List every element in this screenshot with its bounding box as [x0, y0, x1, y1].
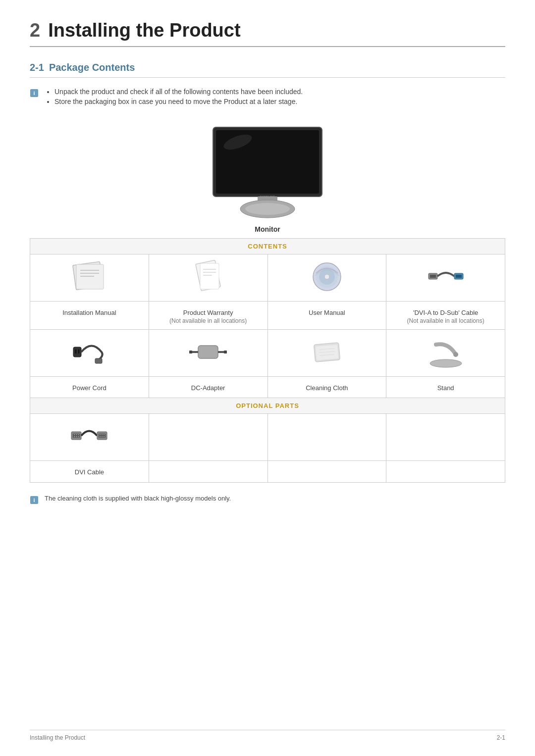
- svg-point-46: [76, 434, 77, 435]
- footer-note: i The cleaning cloth is supplied with bl…: [30, 495, 505, 505]
- footer-note-text: The cleaning cloth is supplied with blac…: [45, 495, 231, 502]
- item-power-cord-img: [30, 330, 149, 377]
- svg-point-48: [74, 436, 75, 437]
- item-cleaning-cloth-label: Cleaning Cloth: [268, 377, 386, 398]
- optional-label-empty-1: [149, 461, 268, 482]
- monitor-section: SAMSUNG Monitor: [30, 122, 505, 233]
- svg-point-8: [245, 203, 290, 215]
- contents-image-row-2: [30, 330, 505, 377]
- svg-point-50: [78, 436, 79, 437]
- optional-header-cell: OPTIONAL PARTS: [30, 398, 505, 414]
- chapter-title: Installing the Product: [48, 20, 240, 41]
- item-dc-adapter-label: DC-Adapter: [149, 377, 268, 398]
- chapter-number: 2: [30, 20, 40, 41]
- section-title: 2-1Package Contents: [30, 62, 505, 78]
- svg-rect-27: [73, 347, 81, 357]
- svg-rect-24: [430, 275, 436, 278]
- note-item-1: Unpack the product and check if all of t…: [54, 88, 303, 96]
- svg-rect-15: [200, 263, 219, 289]
- item-cleaning-cloth-img: [268, 330, 386, 377]
- svg-point-56: [100, 436, 101, 437]
- contents-header-cell: CONTENTS: [30, 239, 505, 254]
- svg-rect-33: [189, 351, 192, 353]
- section-number: 2-1: [30, 62, 44, 73]
- contents-label-row-1: Installation Manual Product Warranty (No…: [30, 302, 505, 330]
- footer-left: Installing the Product: [30, 734, 85, 741]
- svg-rect-35: [224, 351, 227, 353]
- svg-point-45: [74, 434, 75, 435]
- svg-point-53: [100, 434, 101, 435]
- svg-rect-30: [95, 358, 102, 363]
- svg-text:i: i: [33, 90, 35, 96]
- note-block-1: i Unpack the product and check if all of…: [30, 88, 505, 107]
- optional-image-row: [30, 414, 505, 461]
- page-header: 2Installing the Product: [30, 20, 505, 47]
- footer-note-icon: i: [30, 496, 40, 505]
- item-stand-label: Stand: [386, 377, 505, 398]
- optional-label-empty-3: [386, 461, 505, 482]
- svg-point-55: [104, 434, 105, 435]
- svg-rect-10: [76, 264, 104, 289]
- item-product-warranty-img: [149, 254, 268, 302]
- contents-image-row-1: [30, 254, 505, 302]
- footer-right: 2-1: [497, 734, 505, 741]
- svg-point-22: [324, 274, 329, 279]
- item-dvi-cable2-img: [30, 414, 149, 461]
- item-stand-img: [386, 330, 505, 377]
- contents-header-row: CONTENTS: [30, 239, 505, 254]
- contents-label-row-2: Power Cord DC-Adapter Cleaning Cloth Sta…: [30, 377, 505, 398]
- svg-point-41: [453, 352, 458, 357]
- optional-empty-3: [386, 414, 505, 461]
- contents-table: CONTENTS: [30, 238, 505, 483]
- note-icon-1: i: [30, 89, 40, 99]
- svg-point-42: [430, 359, 462, 367]
- item-dvi-cable2-label: DVI Cable: [30, 461, 149, 482]
- svg-rect-26: [456, 275, 462, 278]
- item-dvi-cable-img: [386, 254, 505, 302]
- monitor-image: SAMSUNG: [198, 122, 337, 221]
- item-dc-adapter-img: [149, 330, 268, 377]
- svg-point-47: [78, 434, 79, 435]
- monitor-label: Monitor: [255, 225, 280, 233]
- note-list: Unpack the product and check if all of t…: [45, 88, 303, 107]
- svg-text:i: i: [33, 497, 35, 503]
- item-installation-manual-img: [30, 254, 149, 302]
- item-power-cord-label: Power Cord: [30, 377, 149, 398]
- optional-empty-2: [268, 414, 386, 461]
- svg-point-58: [104, 436, 105, 437]
- svg-point-57: [102, 436, 103, 437]
- note-item-2: Store the packaging box in case you need…: [54, 98, 303, 105]
- svg-point-49: [76, 436, 77, 437]
- page-footer: Installing the Product 2-1: [30, 730, 505, 741]
- optional-label-empty-2: [268, 461, 386, 482]
- item-user-manual-label: User Manual: [268, 302, 386, 330]
- item-installation-manual-label: Installation Manual: [30, 302, 149, 330]
- optional-label-row: DVI Cable: [30, 461, 505, 482]
- section-title-text: Package Contents: [49, 62, 135, 73]
- item-dvi-cable-label: 'DVI-A to D-Sub' Cable (Not available in…: [386, 302, 505, 330]
- svg-point-54: [102, 434, 103, 435]
- svg-rect-31: [198, 346, 218, 358]
- svg-rect-37: [316, 345, 338, 360]
- item-product-warranty-label: Product Warranty (Not available in all l…: [149, 302, 268, 330]
- optional-empty-1: [149, 414, 268, 461]
- optional-header-row: OPTIONAL PARTS: [30, 398, 505, 414]
- item-user-manual-img: [268, 254, 386, 302]
